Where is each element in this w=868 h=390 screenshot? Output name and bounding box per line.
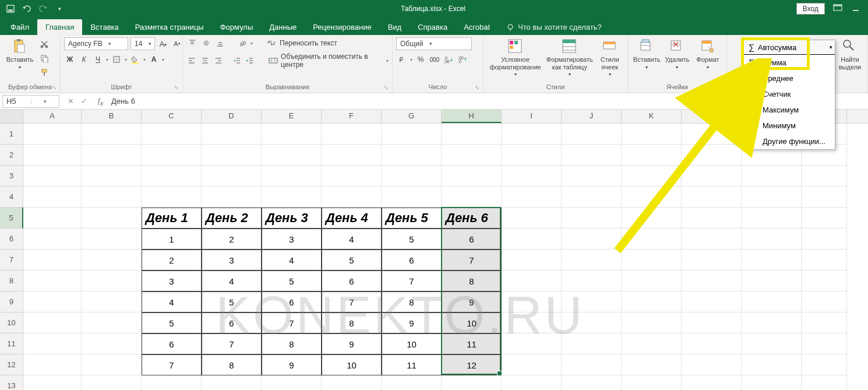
cell[interactable] (322, 124, 382, 145)
cell[interactable]: 10 (442, 312, 502, 333)
undo-icon[interactable] (22, 4, 31, 13)
currency-icon[interactable]: ₽ (396, 54, 408, 65)
row-header[interactable]: 12 (0, 354, 23, 375)
cell[interactable]: 5 (382, 229, 442, 250)
redo-icon[interactable] (38, 4, 48, 13)
cell[interactable] (82, 208, 142, 229)
borders-icon[interactable] (111, 54, 122, 65)
number-format-combo[interactable]: Общий▾ (396, 37, 472, 50)
row-header[interactable]: 8 (0, 270, 23, 291)
cell[interactable] (262, 375, 322, 390)
cell[interactable]: 5 (322, 250, 382, 270)
cell[interactable] (622, 333, 682, 354)
cell[interactable]: 4 (322, 229, 382, 250)
autosum-item[interactable]: Другие функции... (744, 133, 835, 149)
cell[interactable]: День 6 (442, 208, 502, 229)
decrease-decimal-icon[interactable]: ,00,0 (457, 54, 468, 65)
delete-cells-button[interactable]: Удалить▾ (662, 37, 692, 70)
cell[interactable]: 12 (442, 354, 502, 375)
cell[interactable]: 9 (442, 291, 502, 312)
cell[interactable] (802, 354, 847, 375)
cell[interactable]: День 3 (262, 208, 322, 229)
ribbon-display-icon[interactable] (833, 4, 844, 13)
cell[interactable] (742, 333, 802, 354)
cell[interactable] (622, 166, 682, 187)
column-header[interactable]: C (142, 110, 202, 123)
merge-center-button[interactable]: Объединить и поместить в центре (281, 52, 384, 69)
cell[interactable]: 3 (202, 250, 262, 270)
cell[interactable] (82, 354, 142, 375)
cancel-formula-icon[interactable]: ✕ (68, 97, 74, 106)
tab-файл[interactable]: Файл (2, 19, 37, 35)
autosum-item[interactable]: Счетчик (744, 86, 835, 102)
cell[interactable]: 1 (142, 229, 202, 250)
font-color-icon[interactable]: A (148, 54, 160, 65)
cell[interactable] (23, 187, 82, 208)
cell[interactable] (82, 270, 142, 291)
cell[interactable] (142, 375, 202, 390)
cell[interactable] (442, 187, 502, 208)
decrease-indent-icon[interactable] (231, 55, 242, 66)
cell[interactable] (322, 375, 382, 390)
dialog-launcher-icon[interactable]: ⤡ (475, 85, 479, 90)
cell[interactable] (502, 208, 562, 229)
cell[interactable] (142, 187, 202, 208)
cell[interactable]: 10 (382, 333, 442, 354)
cell[interactable]: 4 (142, 291, 202, 312)
tab-главная[interactable]: Главная (37, 19, 82, 35)
row-header[interactable]: 5 (0, 208, 23, 229)
cell[interactable] (682, 187, 742, 208)
cell[interactable] (142, 124, 202, 145)
row-header[interactable]: 7 (0, 250, 23, 270)
cell[interactable] (382, 375, 442, 390)
row-header[interactable]: 13 (0, 375, 23, 390)
tab-данные[interactable]: Данные (261, 19, 305, 35)
autosum-item[interactable]: ∑Сумма (744, 55, 835, 71)
cell[interactable] (23, 291, 82, 312)
column-header[interactable]: L (682, 110, 742, 123)
cell[interactable] (802, 375, 847, 390)
cell[interactable] (622, 270, 682, 291)
increase-font-icon[interactable]: A▴ (157, 38, 169, 50)
cell[interactable]: 8 (322, 312, 382, 333)
cell[interactable] (442, 166, 502, 187)
cell[interactable]: День 4 (322, 208, 382, 229)
cell[interactable] (82, 229, 142, 250)
cell[interactable]: 9 (382, 312, 442, 333)
cell[interactable] (802, 333, 847, 354)
cell[interactable] (502, 375, 562, 390)
cell[interactable] (322, 166, 382, 187)
cell[interactable] (562, 270, 622, 291)
tab-справка[interactable]: Справка (410, 19, 456, 35)
column-header[interactable]: E (262, 110, 322, 123)
cell[interactable] (802, 187, 847, 208)
align-center-icon[interactable] (200, 55, 211, 66)
cell[interactable] (202, 166, 262, 187)
cell[interactable] (382, 124, 442, 145)
cell[interactable]: 8 (442, 270, 502, 291)
cell[interactable] (622, 145, 682, 166)
cell[interactable] (622, 229, 682, 250)
name-box[interactable]: H5▾ (2, 95, 59, 108)
cell[interactable] (202, 375, 262, 390)
cell[interactable] (682, 208, 742, 229)
cell[interactable] (622, 291, 682, 312)
dialog-launcher-icon[interactable]: ⤡ (52, 85, 57, 90)
cell[interactable] (742, 375, 802, 390)
cell[interactable] (442, 124, 502, 145)
cell[interactable] (682, 124, 742, 145)
cell[interactable]: 6 (382, 250, 442, 270)
fill-color-icon[interactable] (129, 54, 141, 65)
dialog-launcher-icon[interactable]: ⤡ (174, 85, 179, 90)
cell[interactable] (262, 187, 322, 208)
underline-button[interactable]: Ч (92, 54, 104, 65)
column-header[interactable]: I (502, 110, 562, 123)
cell[interactable] (562, 187, 622, 208)
cell[interactable] (262, 124, 322, 145)
cell[interactable]: 3 (262, 229, 322, 250)
row-header[interactable]: 1 (0, 124, 23, 145)
column-header[interactable]: H (442, 110, 502, 123)
cell[interactable] (202, 124, 262, 145)
copy-icon[interactable] (38, 52, 50, 64)
minimize-icon[interactable] (852, 4, 862, 13)
